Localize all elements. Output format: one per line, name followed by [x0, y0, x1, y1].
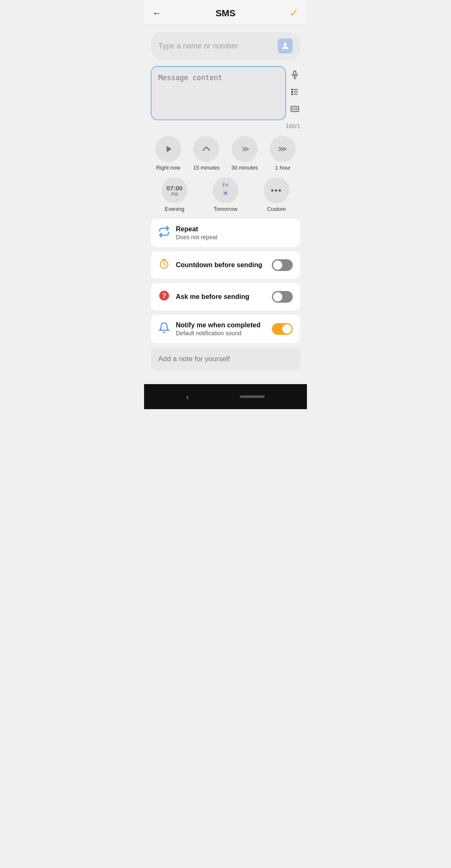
- tomorrow-day: Fri: [223, 182, 228, 187]
- notify-icon: [158, 322, 170, 336]
- svg-point-8: [291, 89, 293, 90]
- page-title: SMS: [215, 8, 236, 19]
- confirm-button[interactable]: ✓: [289, 7, 299, 20]
- templates-icon[interactable]: [289, 86, 300, 99]
- custom-circle: •••: [264, 177, 289, 203]
- 1-hour-circle: [270, 136, 296, 162]
- schedule-row1: Right now 15 minutes 30 minutes: [151, 136, 300, 171]
- countdown-title: Countdown before sending: [176, 261, 266, 269]
- message-section: [151, 66, 300, 120]
- voice-input-icon[interactable]: [289, 69, 300, 82]
- home-indicator: [240, 395, 265, 398]
- note-input[interactable]: [151, 347, 300, 371]
- contacts-picker-button[interactable]: [278, 38, 293, 53]
- custom-dots: •••: [271, 186, 282, 195]
- countdown-card[interactable]: Countdown before sending: [151, 251, 300, 279]
- evening-time: 07:00: [167, 185, 182, 192]
- svg-rect-5: [294, 71, 296, 75]
- svg-point-10: [291, 91, 293, 93]
- recipient-placeholder: Type a name or number: [158, 42, 238, 51]
- evening-label: Evening: [165, 206, 185, 212]
- repeat-subtitle: Does not repeat: [176, 234, 293, 240]
- system-back-button[interactable]: ‹: [186, 392, 189, 402]
- tomorrow-circle: Fri ☀: [213, 177, 238, 203]
- svg-rect-14: [291, 106, 299, 112]
- schedule-1-hour[interactable]: 1 hour: [266, 136, 301, 171]
- schedule-evening[interactable]: 07:00 PM Evening: [151, 177, 198, 212]
- ask-toggle[interactable]: [272, 291, 293, 303]
- notify-toggle[interactable]: [272, 323, 293, 335]
- schedule-row2: 07:00 PM Evening Fri ☀ Tomorrow ••• Cust…: [151, 177, 300, 212]
- schedule-custom[interactable]: ••• Custom: [253, 177, 300, 212]
- schedule-15-min[interactable]: 15 minutes: [189, 136, 224, 171]
- repeat-icon: [158, 226, 170, 240]
- message-toolbar: [289, 66, 300, 116]
- right-now-circle: [155, 136, 181, 162]
- main-content: Type a name or number: [144, 25, 307, 384]
- keyboard-icon[interactable]: [289, 104, 300, 116]
- repeat-card[interactable]: Repeat Does not repeat: [151, 219, 300, 247]
- schedule-tomorrow[interactable]: Fri ☀ Tomorrow: [202, 177, 249, 212]
- repeat-text: Repeat Does not repeat: [176, 225, 293, 240]
- custom-label: Custom: [267, 206, 286, 212]
- countdown-icon: [158, 258, 170, 272]
- countdown-text: Countdown before sending: [176, 261, 266, 269]
- countdown-toggle[interactable]: [272, 259, 293, 271]
- 15-min-circle: [193, 136, 219, 162]
- notify-title: Notify me when completed: [176, 321, 266, 329]
- svg-marker-21: [167, 146, 172, 152]
- schedule-30-min[interactable]: 30 minutes: [227, 136, 262, 171]
- ask-icon: ?: [158, 290, 170, 304]
- notify-subtitle: Default notification sound: [176, 330, 266, 337]
- notify-text: Notify me when completed Default notific…: [176, 321, 266, 337]
- char-count: 160/1: [151, 123, 300, 129]
- app-header: ← SMS ✓: [144, 0, 307, 25]
- right-now-label: Right now: [156, 164, 180, 171]
- svg-text:?: ?: [162, 292, 166, 299]
- ask-text: Ask me before sending: [176, 293, 266, 301]
- evening-circle: 07:00 PM: [162, 177, 187, 203]
- 30-min-label: 30 minutes: [231, 164, 258, 171]
- svg-point-0: [284, 43, 286, 46]
- contacts-icon: [281, 41, 290, 51]
- recipient-field[interactable]: Type a name or number: [151, 32, 300, 60]
- evening-ampm: PM: [171, 192, 178, 197]
- tomorrow-sun-icon: ☀: [222, 188, 229, 198]
- svg-point-12: [291, 94, 293, 95]
- 1-hour-label: 1 hour: [275, 164, 291, 171]
- ask-card[interactable]: ? Ask me before sending: [151, 283, 300, 311]
- 15-min-label: 15 minutes: [193, 164, 220, 171]
- message-input[interactable]: [151, 66, 286, 120]
- notify-card[interactable]: Notify me when completed Default notific…: [151, 315, 300, 343]
- tomorrow-label: Tomorrow: [213, 206, 237, 212]
- schedule-right-now[interactable]: Right now: [151, 136, 186, 171]
- 30-min-circle: [232, 136, 258, 162]
- back-button[interactable]: ←: [152, 8, 162, 19]
- repeat-title: Repeat: [176, 225, 293, 233]
- bottom-navigation: ‹: [144, 384, 307, 409]
- ask-title: Ask me before sending: [176, 293, 266, 301]
